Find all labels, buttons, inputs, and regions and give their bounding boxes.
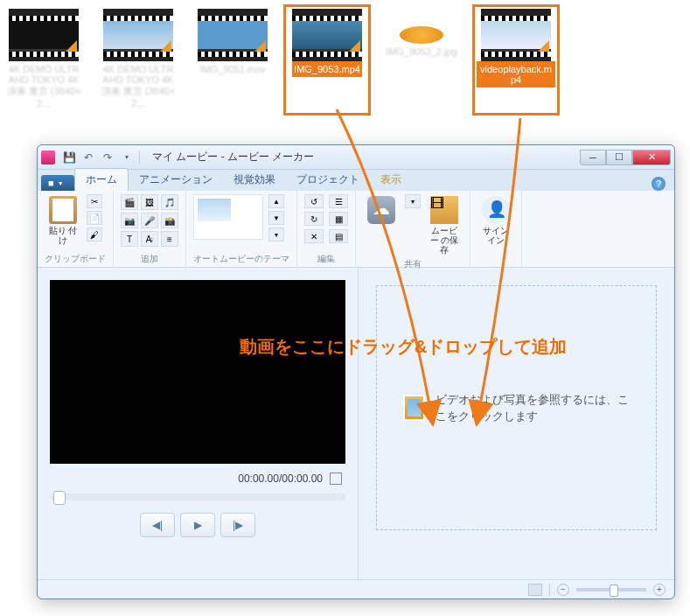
file-name: IMG_9053.mp4 <box>292 61 362 77</box>
rotate-right-button[interactable]: ↻ <box>304 212 324 226</box>
redo-icon[interactable]: ↷ <box>99 150 116 165</box>
tab-visual-effects[interactable]: 視覚効果 <box>223 169 286 191</box>
drop-hint-text: ビデオおよび写真を参照するには、ここをクリックします <box>436 391 631 425</box>
save-icon[interactable]: 💾 <box>60 150 78 165</box>
titlebar[interactable]: 💾 ↶ ↷ ▾ マイ ムービー - ムービー メーカー ─ ☐ ✕ <box>38 145 674 170</box>
window-title: マイ ムービー - ムービー メーカー <box>143 150 580 164</box>
clipboard-icon <box>49 196 77 224</box>
file-thumbnail[interactable]: videoplayback.mp4 <box>477 9 555 111</box>
video-preview[interactable] <box>50 280 345 464</box>
minimize-button[interactable]: ─ <box>580 150 606 165</box>
signin-button[interactable]: サインイン <box>477 194 514 247</box>
zoom-out-button[interactable]: − <box>557 584 569 596</box>
select-all-button[interactable]: ☰ <box>329 194 348 208</box>
paste-button[interactable]: 貼り 付け <box>45 194 81 247</box>
file-name: 4K DEMO ULTRAHD TOKYO 4K演奏 東京 (3840×2... <box>4 61 83 111</box>
file-name: IMG_9051.mov <box>198 61 267 77</box>
tab-project[interactable]: プロジェクト <box>286 169 370 191</box>
ribbon-tabs: ■ ホーム アニメーション 視覚効果 プロジェクト 表示 ? <box>38 170 674 191</box>
app-icon <box>41 150 55 164</box>
playback-scrubber[interactable] <box>50 494 345 500</box>
file-name: 4K DEMO ULTRAHD TOKYO 4K演奏 東京 (3840×2... <box>99 61 178 111</box>
gallery-expand-icon[interactable]: ▾ <box>405 194 421 208</box>
drop-area[interactable]: ビデオおよび写真を参照するには、ここをクリックします <box>376 285 657 530</box>
automovie-themes-gallery[interactable] <box>193 194 263 240</box>
photo-film-icon <box>403 395 425 421</box>
group-label: 追加 <box>121 251 178 265</box>
next-frame-button[interactable]: |▶ <box>220 513 255 537</box>
preview-pane: 00:00.00/00:00.00 ◀| ▶ |▶ <box>38 268 358 579</box>
tab-view[interactable]: 表示 <box>370 169 412 191</box>
add-snapshot-button[interactable]: 📸 <box>161 213 178 228</box>
statusbar: − + <box>38 579 674 598</box>
file-name: IMG_9053_2.jpg <box>384 44 458 60</box>
gallery-expand-icon[interactable]: ▾ <box>268 228 284 242</box>
undo-icon[interactable]: ↶ <box>80 150 97 165</box>
group-label: 編集 <box>304 251 348 265</box>
add-webcam-button[interactable]: 📷 <box>121 213 138 228</box>
content-area: 00:00.00/00:00.00 ◀| ▶ |▶ ビデオおよび写真を参照するに… <box>38 268 674 579</box>
storyboard-pane: ビデオおよび写真を参照するには、ここをクリックします <box>358 268 674 579</box>
add-caption-button[interactable]: Aᵢ <box>141 231 158 247</box>
rotate-left-button[interactable]: ↺ <box>304 194 324 208</box>
add-video-button[interactable]: 🎬 <box>121 194 138 210</box>
tab-animation[interactable]: アニメーション <box>129 169 223 191</box>
group-label: オートムービーのテーマ <box>193 251 289 265</box>
file-thumbnail[interactable]: 4K DEMO ULTRAHD TOKYO 4K演奏 東京 (3840×2... <box>99 9 178 111</box>
fullscreen-icon[interactable] <box>330 472 342 485</box>
desktop-file-area: 4K DEMO ULTRAHD TOKYO 4K演奏 東京 (3840×2...… <box>4 9 555 111</box>
file-thumbnail[interactable]: IMG_9053.mp4 <box>288 9 366 111</box>
file-thumbnail[interactable]: IMG_9053_2.jpg <box>382 9 461 111</box>
format-painter-button[interactable]: 🖌 <box>87 228 102 242</box>
gallery-scroll-down-icon[interactable]: ▼ <box>268 211 284 225</box>
file-menu-button[interactable]: ■ <box>41 175 74 191</box>
file-thumbnail[interactable]: IMG_9051.mov <box>193 9 272 111</box>
add-music-button[interactable]: 🎵 <box>161 194 178 210</box>
file-thumbnail[interactable]: 4K DEMO ULTRAHD TOKYO 4K演奏 東京 (3840×2... <box>4 9 83 111</box>
maximize-button[interactable]: ☐ <box>606 150 632 165</box>
cloud-icon <box>367 196 395 224</box>
qat-dropdown-icon[interactable]: ▾ <box>118 150 136 165</box>
zoom-slider[interactable] <box>576 588 646 592</box>
edit-item-button[interactable]: ▦ <box>329 212 348 226</box>
close-button[interactable]: ✕ <box>632 150 671 165</box>
help-icon[interactable]: ? <box>652 177 666 191</box>
group-label: クリップボード <box>45 251 106 265</box>
save-movie-button[interactable]: 🎞 ムービー の保存 <box>426 194 463 256</box>
time-readout: 00:00.00/00:00.00 <box>50 464 345 490</box>
user-icon <box>482 196 510 224</box>
add-photo-button[interactable]: 🖼 <box>141 194 158 210</box>
group-label <box>477 263 514 265</box>
delete-button[interactable]: ✕ <box>304 229 324 243</box>
movie-maker-window: 💾 ↶ ↷ ▾ マイ ムービー - ムービー メーカー ─ ☐ ✕ ■ ホーム … <box>37 144 675 599</box>
view-mode-icon[interactable] <box>528 584 542 596</box>
zoom-in-button[interactable]: + <box>653 584 666 596</box>
add-credits-button[interactable]: ≡ <box>161 231 178 247</box>
ribbon: 貼り 付け ✂ 📄 🖌 クリップボード 🎬 🖼 🎵 📷 🎤 📸 <box>38 191 674 268</box>
playback-controls: ◀| ▶ |▶ <box>50 513 345 537</box>
file-name: videoplayback.mp4 <box>477 61 555 88</box>
play-button[interactable]: ▶ <box>180 513 215 537</box>
film-reel-icon: 🎞 <box>430 196 458 224</box>
annotation-text: 動画をここにドラッグ&ドロップして追加 <box>240 335 567 359</box>
add-narration-button[interactable]: 🎤 <box>141 213 158 228</box>
gallery-scroll-up-icon[interactable]: ▲ <box>268 194 284 208</box>
cut-button[interactable]: ✂ <box>87 194 102 208</box>
copy-button[interactable]: 📄 <box>87 211 102 225</box>
share-button[interactable] <box>363 194 400 226</box>
prev-frame-button[interactable]: ◀| <box>140 513 175 537</box>
quick-access-toolbar: 💾 ↶ ↷ ▾ <box>60 150 136 165</box>
edit-item-button[interactable]: ▤ <box>329 229 348 243</box>
add-title-button[interactable]: T <box>121 231 138 247</box>
tab-home[interactable]: ホーム <box>74 168 129 191</box>
